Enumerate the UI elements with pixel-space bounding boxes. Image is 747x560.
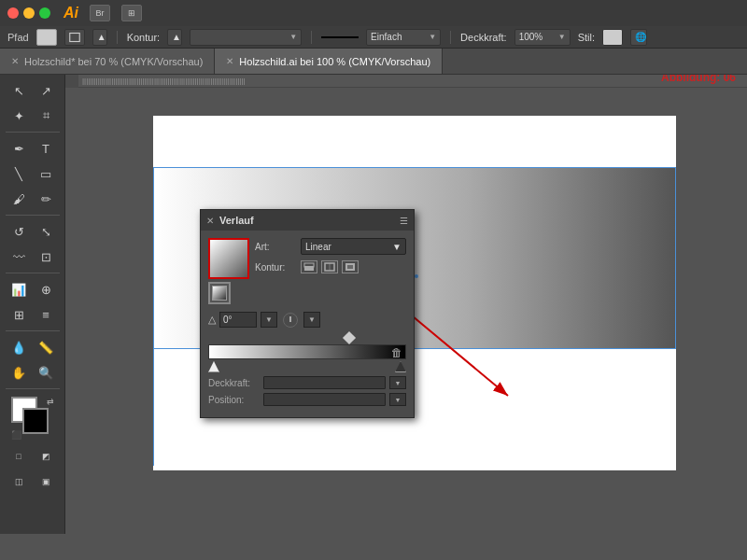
sep3 (450, 31, 451, 44)
graph-tool[interactable]: 📊 (6, 277, 32, 301)
panel-close-btn[interactable]: ✕ (206, 216, 214, 226)
pfad-menu[interactable]: Pfad (7, 32, 29, 43)
eyedropper-tool[interactable]: 💧 (6, 335, 32, 359)
grad-stop-left[interactable] (208, 361, 219, 372)
fullscreen-mode-btn[interactable]: ◩ (33, 444, 59, 469)
grad-stop-right[interactable] (395, 361, 406, 372)
warp-tool[interactable]: 〰 (6, 245, 32, 269)
deckkraft-bar[interactable] (263, 376, 386, 389)
ruler-area: ||||||||||||||||||||||||||||||||||||||||… (65, 75, 747, 88)
kontur-dropdown[interactable]: ▼ (190, 29, 302, 46)
swap-colors-icon[interactable]: ⇄ (47, 397, 54, 406)
tool-row-mode2: ◫ ▣ (6, 469, 59, 494)
close-button[interactable] (7, 7, 19, 19)
layout-icon[interactable]: ⊞ (121, 5, 142, 21)
angle-input[interactable]: 0° (219, 312, 257, 328)
tab-1[interactable]: ✕ Holzschild.ai bei 100 % (CMYK/Vorschau… (215, 49, 443, 74)
kontur-btn-2[interactable] (321, 260, 338, 273)
panel-body: Art: Linear ▼ Kontur: (201, 231, 414, 417)
stroke-color-box[interactable] (64, 29, 85, 46)
pen-tool[interactable]: ✒ (6, 136, 32, 161)
direct-select-tool[interactable]: ↗ (33, 78, 59, 103)
tool-row-4: ╲ ▭ (6, 161, 59, 186)
trash-icon[interactable]: 🗑 (391, 346, 402, 359)
tab-label-1: Holzschild.ai bei 100 % (CMYK/Vorschau) (239, 56, 430, 67)
art-dropdown[interactable]: Linear ▼ (301, 238, 406, 255)
tab-close-0[interactable]: ✕ (11, 56, 19, 66)
paintbrush-tool[interactable]: 🖌 (6, 187, 32, 211)
art-arrow: ▼ (392, 242, 402, 252)
type-tool[interactable]: T (33, 136, 59, 161)
panel-menu-btn[interactable]: ☰ (400, 216, 408, 226)
tool-row-7: 〰 ⊡ (6, 245, 59, 269)
position-dropdown[interactable]: ▼ (389, 393, 406, 406)
svg-rect-6 (347, 265, 353, 269)
default-colors-icon[interactable]: ⬛ (11, 430, 21, 440)
tool-row-10: 💧 📏 (6, 335, 59, 359)
magic-wand-tool[interactable]: ✦ (6, 104, 32, 128)
art-label: Art: (255, 242, 297, 252)
maximize-button[interactable] (39, 7, 50, 19)
shape-tool[interactable]: ▭ (33, 161, 59, 186)
grad-swap-btn[interactable] (208, 282, 231, 304)
angle-dropdown-2[interactable]: ▼ (303, 312, 320, 328)
ruler-horizontal: ||||||||||||||||||||||||||||||||||||||||… (78, 75, 747, 88)
scale-tool[interactable]: ⤡ (33, 219, 59, 244)
grad-options: Art: Linear ▼ Kontur: (255, 238, 406, 277)
line-tool[interactable]: ╲ (6, 161, 32, 186)
symbol-tool[interactable]: ⊕ (33, 277, 59, 301)
tool-row-6: ↺ ⤡ (6, 219, 59, 244)
angle-dropdown[interactable]: ▼ (261, 312, 277, 328)
diamond-row (208, 333, 406, 343)
rotate-tool[interactable]: ↺ (6, 219, 32, 244)
bar-graph-tool[interactable]: ≡ (33, 302, 59, 327)
normal-mode-btn[interactable]: □ (6, 444, 32, 469)
position-bar[interactable] (263, 393, 386, 406)
stroke-arrow-btn[interactable]: ▲ (92, 29, 107, 46)
hand-tool[interactable]: ✋ (6, 360, 32, 385)
tool-row-2: ✦ ⌗ (6, 104, 59, 128)
draw-mode-btn[interactable]: ◫ (6, 469, 32, 494)
measure-tool[interactable]: 📏 (33, 335, 59, 359)
grad-preview-selected[interactable] (208, 238, 249, 279)
pencil-tool[interactable]: ✏ (33, 187, 59, 211)
canvas-area: ||||||||||||||||||||||||||||||||||||||||… (65, 75, 747, 534)
tool-row-8: 📊 ⊕ (6, 277, 59, 301)
minimize-button[interactable] (23, 7, 35, 19)
background-color[interactable] (22, 408, 49, 434)
slider-track[interactable] (208, 344, 406, 359)
opacity-dropdown[interactable]: 100%▼ (514, 29, 571, 46)
tool-row-1: ↖ ↗ (6, 78, 59, 103)
tab-close-1[interactable]: ✕ (226, 56, 233, 66)
zoom-tool[interactable]: 🔍 (33, 360, 59, 385)
tab-0[interactable]: ✕ Holzschild* bei 70 % (CMYK/Vorschau) (0, 49, 215, 74)
stroke-style-dropdown[interactable]: Einfach▼ (366, 29, 441, 46)
kontur-val-btn[interactable]: ▲ (167, 29, 182, 46)
tool-div-1 (6, 132, 60, 133)
select-tool[interactable]: ↖ (6, 78, 32, 103)
change-screen-btn[interactable]: ▣ (33, 469, 59, 494)
menu-bar: Pfad ▲ Kontur: ▲ ▼ Einfach▼ Deckkraft: 1… (0, 26, 747, 49)
kontur-btn-3[interactable] (342, 260, 359, 273)
free-transform-tool[interactable]: ⊡ (33, 245, 59, 269)
grad-midpoint[interactable] (345, 333, 354, 343)
stroke-line (321, 36, 359, 38)
lasso-tool[interactable]: ⌗ (33, 104, 59, 128)
position-label: Position: (208, 395, 260, 405)
grad-diamond-shape (343, 331, 356, 344)
angle-circle[interactable] (283, 313, 298, 328)
tool-row-9: ⊞ ≡ (6, 302, 59, 327)
tool-div-3 (6, 273, 60, 273)
column-graph-tool[interactable]: ⊞ (6, 302, 32, 327)
bridge-icon[interactable]: Br (90, 5, 110, 21)
deckkraft-dropdown[interactable]: ▼ (389, 376, 406, 389)
angle-symbol: △ (208, 314, 216, 326)
fill-color-box[interactable] (36, 29, 57, 46)
kontur-btn-1[interactable] (301, 260, 317, 273)
ruler-corner (65, 75, 78, 88)
anchor-point (415, 274, 418, 278)
panel-titlebar[interactable]: ✕ Verlauf ☰ (201, 210, 414, 231)
stil-box[interactable] (602, 29, 623, 46)
stil-globe[interactable]: 🌐 (630, 29, 647, 46)
sep2 (311, 31, 312, 44)
